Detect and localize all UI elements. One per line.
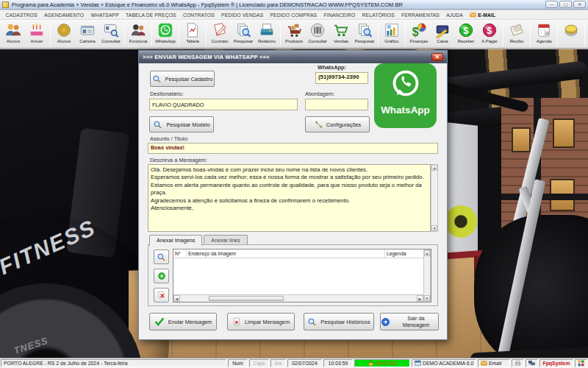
attachments-table: Nº Endereço da Imagem Legenda ▲ ▼ ◀ ▶ (173, 249, 431, 302)
search-icon (157, 252, 166, 262)
toolbar-relatorio[interactable]: Relatório (255, 21, 279, 48)
menu-cadastros[interactable]: CADASTROS (2, 13, 40, 18)
toolbar-separator (405, 23, 406, 46)
menu-financeiro[interactable]: FINANCEIRO (320, 13, 359, 18)
card-search-icon (103, 22, 119, 38)
menu-tabela-de-precos[interactable]: TABELA DE PREÇOS (122, 13, 179, 18)
attachment-search-button[interactable] (154, 250, 169, 264)
yellow-weight-plate (445, 205, 477, 238)
toolbar-contrato[interactable]: Contrato (208, 21, 232, 48)
svg-text:$: $ (487, 25, 492, 36)
scroll-right-arrow[interactable]: ▶ (417, 295, 423, 302)
toolbar-pesquisar-contrato[interactable]: Pesquisar (232, 21, 255, 48)
toolbar-aniver[interactable]: Aniver (25, 21, 49, 48)
status-caps-lock: Caps (249, 359, 269, 367)
message-textarea[interactable]: Olá. Desejamos boas-vindas e com prazer … (148, 164, 431, 232)
email-icon (470, 12, 476, 18)
toolbar-agenda[interactable]: 29 Agenda (532, 21, 556, 48)
toolbar-grafico[interactable]: Gráfico (380, 21, 404, 48)
table-horizontal-scrollbar[interactable]: ◀ ▶ (173, 294, 423, 302)
search-pages-icon (235, 22, 251, 38)
send-message-button[interactable]: Enviar Mensagem (149, 313, 217, 330)
minimize-button[interactable]: — (545, 1, 558, 8)
whatsapp-logo: WhatsApp (374, 63, 437, 128)
toolbar-carteira[interactable]: Carteira (76, 21, 99, 48)
scroll-down-arrow[interactable]: ▼ (431, 225, 437, 231)
settings-button[interactable]: Configurações (305, 116, 370, 132)
toolbar-moeda[interactable] (559, 21, 583, 48)
attachment-delete-button[interactable] (154, 288, 169, 302)
col-numero: Nº (173, 250, 187, 258)
tab-anexar-links[interactable]: Anexar links (204, 235, 247, 245)
search-template-button[interactable]: Pesquisar Modelo (149, 116, 214, 132)
status-email[interactable]: Email (478, 359, 510, 367)
toolbar-separator (179, 23, 179, 46)
toolbar-pesquisar-vendas[interactable]: Pesquisar (353, 21, 376, 48)
toolbar-a-pagar[interactable]: $ A Pagar (478, 21, 501, 48)
status-system-icon[interactable] (575, 359, 587, 367)
whatsapp-number-field[interactable]: (51)99734-2390 (315, 72, 368, 84)
scroll-down-arrow[interactable]: ▼ (424, 295, 430, 301)
chart-icon (384, 22, 400, 38)
toolbar-tabela[interactable]: Tabela (181, 21, 204, 48)
close-button[interactable]: ✕ (573, 1, 586, 8)
tools-icon (314, 120, 323, 129)
scroll-left-arrow[interactable]: ◀ (173, 295, 180, 302)
menu-whatsapp[interactable]: WHATSAPP (87, 13, 123, 18)
tab-anexar-imagens[interactable]: Anexar Imagens (149, 235, 202, 246)
search-registry-button[interactable]: Pesquisar Cadastro (150, 71, 215, 87)
calendar-icon: 29 (536, 22, 552, 38)
table-vertical-scrollbar[interactable]: ▲ ▼ (423, 250, 431, 302)
attachment-add-button[interactable] (154, 269, 169, 283)
toolbar-whatsapp[interactable]: WhatsApp (154, 21, 177, 48)
status-network[interactable] (526, 359, 538, 367)
clear-message-button[interactable]: Limpar Mensagem (227, 313, 295, 330)
toolbar-alunos-medal[interactable]: Alunos (52, 21, 76, 48)
toolbar-consultar-carteira[interactable]: Consultar (99, 21, 123, 48)
toolbar-financas[interactable]: $ Finanças (407, 21, 431, 48)
menu-ferramentas[interactable]: FERRAMENTAS (398, 13, 442, 18)
attachment-tabs: Anexar Imagens Anexar links (149, 235, 248, 245)
message-vertical-scrollbar[interactable]: ▲ ▼ (431, 164, 438, 232)
toolbar-vendas[interactable]: Vendas (329, 21, 353, 48)
status-printer[interactable] (512, 359, 524, 367)
horizontal-scroll-thumb[interactable] (209, 296, 284, 301)
dialog-close-button[interactable]: ✕ (431, 53, 443, 61)
report-icon (259, 22, 275, 38)
scroll-up-arrow[interactable]: ▲ (424, 250, 430, 256)
svg-text:29: 29 (545, 32, 548, 35)
menu-pedido-compras[interactable]: PEDIDO COMPRAS (267, 13, 320, 18)
menu-email[interactable]: E-MAIL (467, 12, 499, 18)
status-brand: FpqSystem (539, 359, 573, 367)
birthday-cake-icon (29, 22, 45, 38)
search-icon (153, 120, 162, 130)
toolbar-caixa[interactable]: Caixa (431, 21, 454, 48)
scroll-up-arrow[interactable]: ▲ (431, 165, 437, 171)
toolbar-alunos[interactable]: Alunos (1, 21, 25, 48)
menu-contratos[interactable]: CONTRATOS (179, 13, 218, 18)
toolbar-separator (557, 23, 558, 46)
toolbar-recibo[interactable]: Recibo (505, 21, 528, 48)
coins-icon (563, 22, 579, 38)
maximize-button[interactable]: ▢ (559, 1, 572, 8)
menu-relatorios[interactable]: RELATÓRIOS (359, 13, 398, 18)
clear-page-icon (232, 317, 241, 327)
toolbar-funcionario[interactable]: Funciona (126, 21, 150, 48)
menu-ajuda[interactable]: AJUDA (443, 13, 467, 18)
toolbar-consultar-barcode[interactable]: Consultar (306, 21, 329, 48)
toolbar-produtos[interactable]: Produtos (282, 21, 306, 48)
id-card-icon (79, 22, 96, 38)
subject-field[interactable]: Boas vindas! (148, 143, 438, 154)
status-app-name: DEMO ACADEMIA 6.0 (412, 359, 476, 367)
search-history-button[interactable]: Pesquisar Históricos (304, 313, 374, 330)
exit-message-button[interactable]: Sair da Mensagem (380, 313, 439, 330)
recipient-field[interactable] (149, 99, 298, 110)
toolbar-separator (151, 23, 152, 46)
toolbar-receber[interactable]: $ Receber (454, 21, 478, 48)
approach-field[interactable] (305, 99, 368, 110)
toolbar-separator (50, 23, 51, 46)
menu-agendamento[interactable]: AGENDAMENTO (40, 13, 87, 18)
window-mullion (501, 194, 588, 200)
toolbar: Alunos Aniver Alunos Carteira Consultar … (0, 20, 588, 49)
menu-pedido-vendas[interactable]: PEDIDO VENDAS (218, 13, 267, 18)
